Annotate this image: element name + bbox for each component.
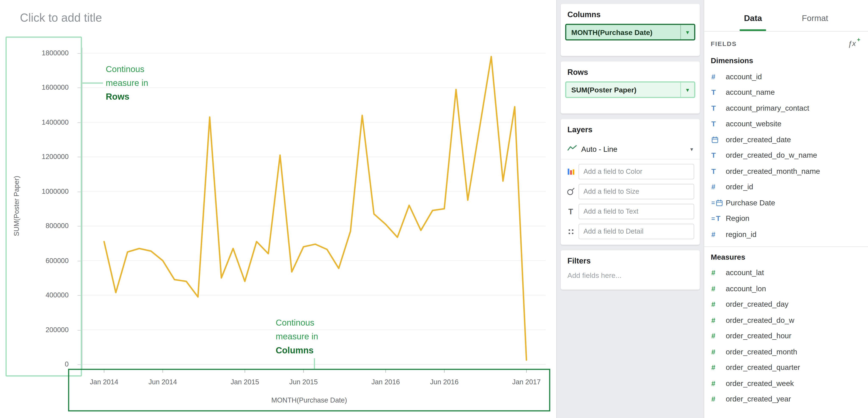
detail-icon: [563, 229, 579, 235]
color-drop-input[interactable]: [579, 164, 694, 179]
num-field-icon: #: [711, 230, 726, 238]
y-tick-mark: [78, 191, 81, 192]
field-region_id[interactable]: #region_id: [704, 227, 868, 242]
filters-title: Filters: [561, 250, 700, 270]
field-name: order_created_year: [726, 395, 791, 403]
rows-pill[interactable]: SUM(Poster Paper) ▾: [565, 81, 695, 98]
num-field-icon: #: [711, 72, 726, 81]
y-tick-mark: [78, 330, 81, 330]
text-drop-input[interactable]: [579, 204, 694, 219]
y-tick-mark: [78, 261, 81, 261]
field-order_created_date[interactable]: order_created_date: [704, 132, 868, 148]
field-name: Region: [726, 214, 749, 223]
txt-field-icon: T: [711, 151, 726, 159]
filters-card: Filters Add fields here...: [561, 250, 700, 290]
y-tick-label: 1600000: [21, 83, 69, 92]
field-order_created_quarter[interactable]: #order_created_quarter: [704, 360, 868, 376]
size-icon: [563, 188, 579, 196]
mark-type-caret-icon[interactable]: ▾: [690, 146, 693, 152]
num-field-icon: #: [711, 379, 726, 387]
y-tick-label: 1200000: [21, 152, 69, 161]
tab-format[interactable]: Format: [802, 13, 828, 31]
field-account_name[interactable]: Taccount_name: [704, 84, 868, 100]
y-tick-mark: [78, 122, 81, 123]
field-name: order_created_hour: [726, 332, 792, 340]
plus-icon: +: [857, 36, 860, 42]
rows-drop-area[interactable]: [561, 98, 700, 113]
field-order_created_month[interactable]: #order_created_month: [704, 344, 868, 359]
field-order_created_year[interactable]: #order_created_year: [704, 391, 868, 407]
rows-shelf-title: Rows: [561, 61, 700, 81]
field-name: Purchase Date: [726, 199, 775, 207]
chart-canvas[interactable]: Click to add title Continous measure in …: [0, 0, 556, 418]
columns-drop-area[interactable]: [561, 40, 700, 56]
field-order_created_month_name[interactable]: Torder_created_month_name: [704, 163, 868, 179]
layers-card: Layers Auto - Line ▾ T: [561, 119, 700, 245]
x-axis-title: MONTH(Purchase Date): [68, 396, 550, 404]
rows-pill-label: SUM(Poster Paper): [566, 86, 680, 94]
columns-shelf-card: Columns MONTH(Purchase Date) ▾: [561, 4, 700, 56]
tab-data[interactable]: Data: [744, 13, 762, 31]
field-account_website[interactable]: Taccount_website: [704, 116, 868, 131]
detail-drop-input[interactable]: [579, 223, 694, 239]
add-calculated-field-icon[interactable]: ƒx+: [848, 39, 860, 48]
rows-shelf-card: Rows SUM(Poster Paper) ▾: [561, 61, 700, 114]
y-tick-mark: [78, 157, 81, 157]
chart-title-placeholder[interactable]: Click to add title: [20, 11, 102, 24]
detail-drop-row: [563, 223, 694, 239]
columns-pill-caret-icon[interactable]: ▾: [680, 25, 694, 39]
txt-field-icon: T: [711, 88, 726, 96]
columns-pill[interactable]: MONTH(Purchase Date) ▾: [565, 24, 695, 40]
field-account_primary_contact[interactable]: Taccount_primary_contact: [704, 100, 868, 116]
field-name: order_created_date: [726, 136, 791, 144]
filters-drop-area[interactable]: Add fields here...: [561, 270, 700, 290]
y-tick-label: 800000: [21, 221, 69, 231]
columns-annotation-connector: [314, 358, 315, 369]
columns-annotation-line1: Continous: [276, 316, 318, 329]
rows-pill-caret-icon[interactable]: ▾: [680, 83, 694, 97]
measures-list: #account_lat#account_lon#order_created_d…: [704, 265, 868, 407]
field-Region[interactable]: =TRegion: [704, 211, 868, 227]
num-field-icon: #: [711, 300, 726, 308]
field-order_id[interactable]: #order_id: [704, 179, 868, 195]
size-drop-input[interactable]: [579, 184, 694, 199]
columns-pill-label: MONTH(Purchase Date): [566, 28, 680, 36]
fields-header-row: FIELDS ƒx+: [704, 32, 868, 53]
field-order_created_day[interactable]: #order_created_day: [704, 297, 868, 312]
field-order_created_hour[interactable]: #order_created_hour: [704, 328, 868, 344]
calculated-txt-field-icon: =T: [711, 214, 726, 223]
field-Purchase Date[interactable]: =Purchase Date: [704, 195, 868, 211]
mark-type-label: Auto - Line: [577, 145, 690, 153]
columns-annotation-line2: measure in: [276, 329, 318, 343]
size-drop-row: [563, 184, 694, 199]
field-order_created_week[interactable]: #order_created_week: [704, 376, 868, 391]
mark-type-selector[interactable]: Auto - Line ▾: [561, 139, 700, 159]
num-field-icon: #: [711, 332, 726, 340]
columns-axis-highlight-box: [68, 369, 550, 412]
field-order_created_do_w_name[interactable]: Torder_created_do_w_name: [704, 148, 868, 163]
field-account_lon[interactable]: #account_lon: [704, 281, 868, 296]
y-tick-label: 1000000: [21, 187, 69, 196]
measures-header: Measures: [704, 249, 868, 265]
layers-title: Layers: [561, 119, 700, 139]
mark-drop-targets: T: [561, 164, 700, 239]
calculated-date-field-icon: =: [711, 199, 726, 206]
num-field-icon: #: [711, 316, 726, 324]
field-account_lat[interactable]: #account_lat: [704, 265, 868, 281]
field-name: order_created_day: [726, 300, 788, 308]
data-pane: Data Format FIELDS ƒx+ Dimensions #accou…: [704, 0, 868, 418]
txt-field-icon: T: [711, 120, 726, 128]
field-name: account_primary_contact: [726, 104, 809, 112]
num-field-icon: #: [711, 285, 726, 293]
txt-field-icon: T: [711, 104, 726, 112]
columns-shelf-title: Columns: [561, 4, 700, 24]
color-icon: [563, 168, 579, 176]
y-tick-mark: [78, 88, 81, 88]
field-name: account_lon: [726, 285, 766, 293]
field-account_id[interactable]: #account_id: [704, 69, 868, 84]
date-field-icon: [711, 136, 726, 143]
field-order_created_do_w[interactable]: #order_created_do_w: [704, 312, 868, 328]
measure-line-mark[interactable]: [104, 57, 526, 360]
y-tick-label: 1800000: [21, 49, 69, 58]
line-mark-icon: [567, 144, 577, 154]
